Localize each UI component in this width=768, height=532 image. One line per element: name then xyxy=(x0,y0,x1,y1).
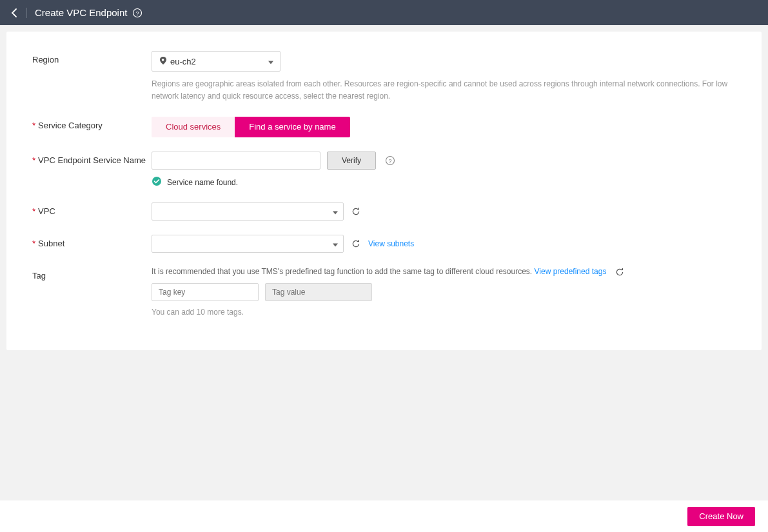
cloud-services-option[interactable]: Cloud services xyxy=(152,117,235,137)
subnet-select[interactable] xyxy=(152,235,344,253)
tag-limit-text: You can add 10 more tags. xyxy=(152,308,736,317)
pin-icon xyxy=(160,57,166,66)
refresh-tags-icon[interactable] xyxy=(615,268,624,277)
service-found-text: Service name found. xyxy=(167,178,238,187)
chevron-down-icon xyxy=(333,207,338,217)
region-select[interactable]: eu-ch2 xyxy=(152,51,281,72)
refresh-vpc-icon[interactable] xyxy=(351,207,360,216)
page-title: Create VPC Endpoint xyxy=(35,7,127,18)
header-divider xyxy=(26,8,27,18)
tag-value-input[interactable] xyxy=(265,283,372,301)
service-category-label: Service Category xyxy=(32,117,152,130)
subnet-label: Subnet xyxy=(32,235,152,248)
region-label: Region xyxy=(32,51,152,64)
endpoint-service-name-label: VPC Endpoint Service Name xyxy=(32,152,152,165)
vpc-label: VPC xyxy=(32,202,152,216)
chevron-down-icon xyxy=(333,239,338,249)
service-category-toggle: Cloud services Find a service by name xyxy=(152,117,350,137)
region-help-text: Regions are geographic areas isolated fr… xyxy=(152,78,736,103)
service-found-message: Service name found. xyxy=(152,176,736,188)
svg-text:?: ? xyxy=(136,10,139,16)
find-by-name-option[interactable]: Find a service by name xyxy=(235,117,350,137)
region-value: eu-ch2 xyxy=(170,57,196,66)
help-icon[interactable]: ? xyxy=(132,8,143,18)
view-subnets-link[interactable]: View subnets xyxy=(368,239,414,248)
tag-key-input[interactable] xyxy=(152,283,259,301)
view-predefined-tags-link[interactable]: View predefined tags xyxy=(535,267,607,276)
chevron-left-icon xyxy=(10,8,20,18)
vpc-select[interactable] xyxy=(152,202,344,221)
check-icon xyxy=(152,176,162,188)
form-card: Region eu-ch2 Regions are geographic are… xyxy=(6,32,762,350)
verify-button[interactable]: Verify xyxy=(327,152,376,170)
top-header: Create VPC Endpoint ? xyxy=(0,0,768,25)
tag-label: Tag xyxy=(32,267,152,281)
tag-hint: It is recommended that you use TMS's pre… xyxy=(152,267,736,277)
chevron-down-icon xyxy=(268,57,273,66)
refresh-subnet-icon[interactable] xyxy=(351,239,360,248)
svg-text:?: ? xyxy=(389,158,392,164)
back-button[interactable] xyxy=(10,8,20,18)
endpoint-service-name-input[interactable] xyxy=(152,152,320,170)
tag-hint-text: It is recommended that you use TMS's pre… xyxy=(152,267,535,276)
question-icon[interactable]: ? xyxy=(385,155,395,166)
